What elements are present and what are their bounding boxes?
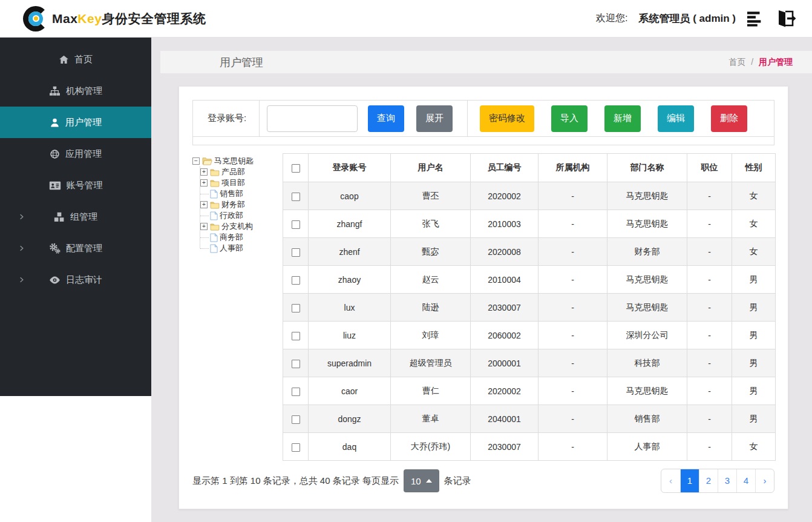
brand-title: MaxKey身份安全管理系统 (52, 10, 206, 27)
page-titlebar: 用户管理 首页 / 用户管理 (160, 51, 812, 73)
tree-node-root[interactable]: − 马克思钥匙 (192, 156, 283, 167)
sidebar-item-label: 机构管理 (66, 85, 102, 97)
select-all-checkbox[interactable] (292, 164, 300, 173)
sidebar-item-config-mgmt[interactable]: 配置管理 (0, 233, 151, 264)
list-menu-icon[interactable] (747, 10, 764, 27)
sidebar-item-label: 用户管理 (65, 117, 102, 128)
sidebar-item-account-mgmt[interactable]: 账号管理 (0, 170, 151, 201)
sidebar-item-user-mgmt[interactable]: 用户管理 (0, 107, 151, 138)
row-checkbox[interactable] (292, 193, 300, 201)
edit-button[interactable]: 编辑 (658, 105, 694, 132)
prev-page-button[interactable]: ‹ (661, 469, 680, 492)
user-icon (50, 117, 60, 128)
breadcrumb-home-link[interactable]: 首页 (729, 57, 745, 67)
sidebar-item-label: 应用管理 (65, 148, 102, 160)
expand-icon[interactable]: + (200, 179, 208, 187)
row-checkbox[interactable] (292, 443, 300, 452)
globe-icon (50, 149, 60, 159)
logout-icon[interactable] (774, 9, 796, 28)
tree-node[interactable]: + 项目部 (200, 177, 283, 188)
sidebar: 首页 机构管理 用户管理 应用管理 (0, 38, 151, 522)
sitemap-icon (49, 86, 61, 96)
tree-node-label: 财务部 (221, 199, 245, 210)
row-checkbox[interactable] (292, 248, 300, 257)
chevron-right-icon (18, 277, 25, 283)
table-row[interactable]: liuz刘璋2060002-深圳分公司-男 (283, 322, 776, 349)
breadcrumb: 首页 / 用户管理 (729, 57, 793, 68)
tree-node-label: 分支机构 (221, 221, 253, 232)
top-navbar: MaxKey身份安全管理系统 欢迎您: 系统管理员 ( admin ) (0, 0, 812, 38)
page-button-1[interactable]: 1 (680, 469, 699, 492)
pagination-info-prefix: 显示第 1 到第 10 条记录，总共 40 条记录 每页显示 (192, 475, 399, 487)
file-icon (210, 233, 218, 242)
sidebar-item-label: 配置管理 (66, 243, 102, 254)
row-checkbox[interactable] (292, 360, 300, 368)
login-account-input[interactable] (267, 105, 358, 132)
delete-button[interactable]: 删除 (711, 105, 747, 132)
sidebar-item-audit-log[interactable]: 日志审计 (0, 264, 151, 296)
breadcrumb-separator: / (751, 57, 753, 67)
tree-node[interactable]: + 分支机构 (200, 221, 283, 232)
sidebar-item-app-mgmt[interactable]: 应用管理 (0, 138, 151, 170)
org-tree: − 马克思钥匙 + 产品部 + (192, 153, 283, 461)
home-icon (59, 55, 69, 65)
sidebar-item-group-mgmt[interactable]: 组管理 (0, 201, 151, 233)
page-button-3[interactable]: 3 (718, 469, 736, 492)
tree-connector (200, 216, 209, 216)
table-row[interactable]: zhaoy赵云2010004-马克思钥匙-男 (283, 266, 776, 294)
folder-icon (210, 168, 220, 176)
sidebar-item-org-mgmt[interactable]: 机构管理 (0, 75, 151, 107)
sidebar-item-label: 日志审计 (66, 274, 102, 286)
row-checkbox[interactable] (292, 332, 300, 340)
sidebar-item-home[interactable]: 首页 (0, 44, 151, 75)
file-icon (210, 211, 218, 220)
table-row[interactable]: caop曹丕2020002-马克思钥匙-女 (283, 182, 776, 210)
row-checkbox[interactable] (292, 220, 300, 229)
filter-bar: 登录账号: 查询 展开 密码修改 导入 新增 编辑 删除 (192, 100, 774, 145)
table-row[interactable]: daq大乔(乔玮)2030007-人事部-女 (283, 433, 776, 461)
search-button[interactable]: 查询 (368, 105, 404, 132)
page-title: 用户管理 (220, 55, 263, 70)
row-checkbox[interactable] (292, 276, 300, 285)
column-header: 用户名 (391, 154, 471, 182)
tree-node[interactable]: 销售部 (200, 188, 283, 199)
table-row[interactable]: superadmin超级管理员2000001-科技部-男 (283, 349, 776, 377)
table-row[interactable]: caor曹仁2020002-马克思钥匙-男 (283, 377, 776, 405)
expand-icon[interactable]: + (200, 201, 208, 208)
login-account-label: 登录账号: (193, 101, 260, 136)
tree-node[interactable]: 商务部 (200, 232, 283, 243)
table-row[interactable]: dongz董卓2040001-销售部-男 (283, 405, 776, 433)
expand-icon[interactable]: + (200, 223, 208, 230)
row-checkbox[interactable] (292, 415, 300, 424)
add-button[interactable]: 新增 (604, 105, 641, 132)
row-checkbox[interactable] (292, 304, 300, 312)
tree-node[interactable]: + 产品部 (200, 167, 283, 177)
page-size-dropdown[interactable]: 10 (404, 469, 439, 492)
pager: ‹ 1 2 3 4 › (661, 469, 774, 493)
folder-open-icon (202, 157, 212, 165)
table-row[interactable]: zhangf张飞2010003-马克思钥匙-女 (283, 210, 776, 238)
eye-icon (49, 276, 61, 285)
table-row[interactable]: lux陆逊2030007-马克思钥匙-男 (283, 294, 776, 322)
change-password-button[interactable]: 密码修改 (480, 105, 534, 132)
page-button-4[interactable]: 4 (736, 469, 755, 492)
table-header-row: 登录账号 用户名 员工编号 所属机构 部门名称 职位 性别 (283, 154, 776, 182)
brand-logo[interactable]: MaxKey身份安全管理系统 (23, 6, 206, 31)
import-button[interactable]: 导入 (551, 105, 588, 132)
tree-node-label: 产品部 (221, 167, 245, 177)
table-row[interactable]: zhenf甄宓2020008-财务部-女 (283, 238, 776, 266)
tree-node[interactable]: 人事部 (200, 243, 283, 254)
tree-node[interactable]: + 财务部 (200, 199, 283, 210)
page-button-2[interactable]: 2 (699, 469, 718, 492)
tree-node[interactable]: 行政部 (200, 210, 283, 221)
file-icon (210, 244, 218, 253)
sidebar-item-label: 首页 (74, 54, 93, 65)
tree-node-label: 项目部 (221, 177, 245, 188)
expand-icon[interactable]: + (200, 168, 208, 176)
pagination-info: 显示第 1 到第 10 条记录，总共 40 条记录 每页显示 10 条记录 (192, 469, 471, 492)
row-checkbox[interactable] (292, 388, 300, 396)
next-page-button[interactable]: › (755, 469, 774, 492)
expand-button[interactable]: 展开 (416, 105, 453, 132)
collapse-icon[interactable]: − (192, 157, 200, 165)
current-user: 系统管理员 ( admin ) (638, 12, 736, 25)
